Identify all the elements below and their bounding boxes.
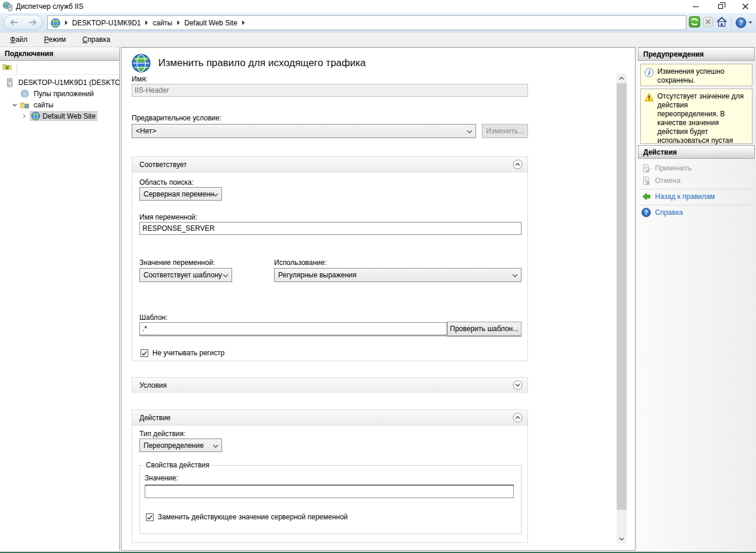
- tree-item-sites[interactable]: сайты: [12, 99, 119, 110]
- chevron-up-icon: [619, 77, 624, 80]
- action-type-select[interactable]: Переопределение: [139, 439, 222, 452]
- scroll-up-button[interactable]: [617, 73, 627, 83]
- close-button[interactable]: [735, 0, 756, 13]
- using-select[interactable]: Регулярные выражения: [274, 268, 522, 282]
- tree-item-default-web-site[interactable]: Default Web Site: [21, 110, 119, 122]
- chevron-down-icon: [213, 444, 219, 448]
- vertical-scrollbar[interactable]: [617, 73, 627, 544]
- cancel-icon: [641, 176, 651, 185]
- actions-header: Действия: [638, 145, 755, 159]
- help-link[interactable]: ? Справка: [641, 208, 683, 217]
- chevron-down-icon: [467, 130, 472, 133]
- ignore-case-label: Не учитывать регистр: [152, 349, 224, 357]
- action-section-header[interactable]: Действие: [132, 410, 527, 426]
- expand-section-button[interactable]: [513, 380, 523, 390]
- back-to-rules-label: Назад к правилам: [655, 192, 715, 201]
- refresh-icon: [689, 16, 700, 28]
- conditions-section: Условия: [132, 377, 528, 393]
- connections-toolbar: [0, 61, 119, 75]
- refresh-button[interactable]: [689, 16, 700, 30]
- minimize-button[interactable]: [685, 0, 706, 13]
- test-pattern-button[interactable]: Проверить шаблон...: [447, 322, 522, 336]
- breadcrumb-arrow-icon: [177, 20, 180, 25]
- action-section: Действие Тип действия: Переопределение С…: [132, 410, 528, 543]
- breadcrumb-item-server[interactable]: DESKTOP-U1MK9D1: [72, 19, 141, 27]
- minimize-icon: [693, 6, 699, 7]
- precondition-select[interactable]: <Нет>: [132, 124, 476, 138]
- action-type-label: Тип действия:: [139, 430, 185, 438]
- breadcrumb: DESKTOP-U1MK9D1 сайты Default Web Site: [47, 15, 686, 30]
- checkbox-checked-icon: [141, 349, 148, 357]
- breadcrumb-arrow-icon: [242, 20, 245, 25]
- address-toolbar: ?: [689, 16, 752, 30]
- scope-label: Область поиска:: [139, 178, 194, 186]
- save-connection-button[interactable]: [2, 62, 13, 73]
- home-button[interactable]: [716, 16, 728, 30]
- chevron-down-icon: [619, 537, 624, 541]
- breadcrumb-item-sites[interactable]: сайты: [152, 19, 172, 27]
- variable-value-value: Соответствует шаблону: [144, 271, 222, 279]
- tree-item-server[interactable]: DESKTOP-U1MK9D1 (DESKTOI: [2, 77, 119, 88]
- tree-item-label: сайты: [32, 100, 56, 110]
- restore-button[interactable]: [710, 0, 731, 13]
- scrollbar-thumb[interactable]: [617, 83, 627, 510]
- menu-view[interactable]: Режим: [39, 34, 71, 45]
- chevron-down-icon: [512, 274, 518, 277]
- ignore-case-checkbox[interactable]: Не учитывать регистр: [141, 349, 224, 357]
- globe-icon: [31, 112, 40, 120]
- precondition-label: Предварительное условие:: [132, 114, 221, 122]
- help-button[interactable]: ?: [735, 17, 752, 28]
- scope-value: Серверная переменн: [144, 190, 214, 198]
- stop-button: [703, 17, 713, 29]
- pattern-label: Шаблон:: [139, 313, 168, 322]
- separator: [640, 205, 752, 205]
- stop-icon: [703, 17, 713, 27]
- info-alert: i Изменения успешно сохранены.: [640, 64, 752, 86]
- variable-name-input[interactable]: [139, 222, 522, 235]
- chevron-down-icon: [223, 274, 229, 277]
- tree-item-label: Default Web Site: [43, 112, 96, 120]
- breadcrumb-item-default-web-site[interactable]: Default Web Site: [184, 19, 237, 27]
- match-section: Соответствует Область поиска: Серверная …: [132, 156, 528, 361]
- warning-icon: !: [644, 93, 654, 102]
- replace-value-checkbox[interactable]: Заменить действующее значение серверной …: [146, 513, 348, 521]
- svg-text:?: ?: [739, 19, 743, 27]
- action-properties-title: Свойства действия: [144, 461, 211, 469]
- connections-header: Подключения: [0, 47, 119, 61]
- scope-select[interactable]: Серверная переменн: [139, 187, 222, 201]
- chevron-down-circle-icon: [513, 380, 523, 390]
- collapse-section-button[interactable]: [513, 159, 523, 169]
- svg-text:!: !: [648, 95, 650, 102]
- value-input[interactable]: [145, 485, 514, 498]
- help-icon: ?: [735, 17, 747, 28]
- chevron-expanded-icon[interactable]: [12, 102, 18, 108]
- variable-value-select[interactable]: Соответствует шаблону: [139, 268, 232, 282]
- chevron-down-icon: [213, 193, 219, 197]
- tree-item-application-pools[interactable]: Пулы приложений: [20, 88, 119, 99]
- navigation-buttons: [4, 15, 43, 30]
- globe-page-icon: [132, 54, 151, 73]
- match-section-header[interactable]: Соответствует: [132, 157, 527, 172]
- value-label: Значение:: [145, 474, 178, 482]
- cancel-label: Отмена: [655, 176, 680, 185]
- conditions-section-title: Условия: [139, 381, 167, 390]
- chevron-up-circle-icon: [513, 159, 523, 169]
- match-section-title: Соответствует: [139, 161, 187, 169]
- conditions-section-header[interactable]: Условия: [132, 378, 527, 393]
- pattern-input[interactable]: [139, 322, 447, 335]
- variable-value-label: Значение переменной:: [139, 258, 215, 267]
- connections-panel: Подключения DESKTOP-U1MK9D1 (DESKTOI: [0, 47, 120, 551]
- menu-help[interactable]: Справка: [77, 34, 116, 45]
- scroll-down-button[interactable]: [617, 534, 627, 544]
- sites-folder-icon: [20, 100, 30, 110]
- precondition-value: <Нет>: [136, 127, 156, 135]
- collapse-section-button[interactable]: [513, 413, 523, 423]
- menu-file[interactable]: Файл: [5, 34, 33, 45]
- workspace: Подключения DESKTOP-U1MK9D1 (DESKTOI: [0, 47, 756, 552]
- tree-item-label: DESKTOP-U1MK9D1 (DESKTOI: [17, 78, 119, 87]
- chevron-collapsed-icon[interactable]: [21, 113, 27, 119]
- home-icon: [716, 16, 728, 28]
- back-to-rules-link[interactable]: Назад к правилам: [641, 192, 715, 201]
- edit-outbound-rule-page: Изменить правило для исходящего трафика …: [121, 47, 636, 551]
- action-properties-group: Свойства действия Значение: Заменить дей…: [139, 461, 522, 534]
